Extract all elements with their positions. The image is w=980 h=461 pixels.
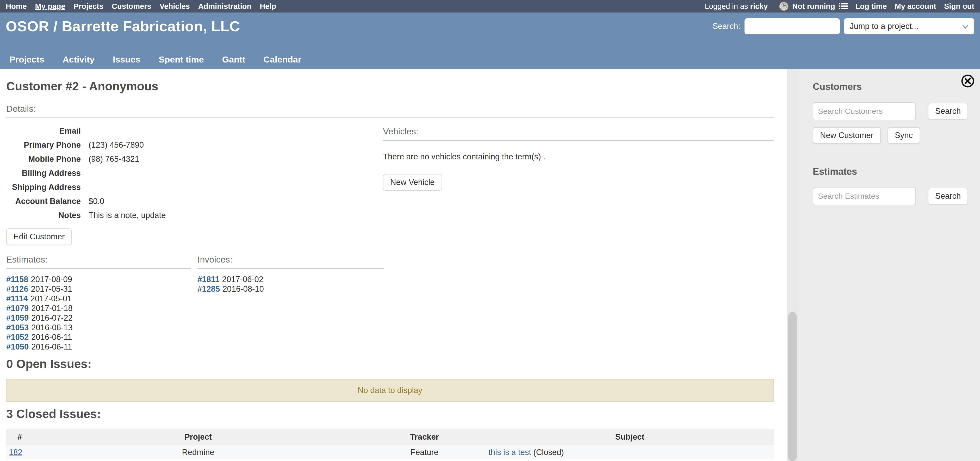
estimate-link[interactable]: #1114 [6,294,28,303]
jump-to-project-select[interactable]: Jump to a project... [844,18,974,34]
topbar-link-projects[interactable]: Projects [74,2,103,11]
topbar-link-my-account[interactable]: My account [894,2,936,11]
main-menu-tabs: Projects Activity Issues Spent time Gant… [0,54,311,69]
issue-project-text: Redmine [182,448,214,457]
estimate-date: 2017-01-18 [31,304,73,313]
tab-activity[interactable]: Activity [62,54,95,65]
column-header-tracker: Tracker [363,429,486,445]
timer-list-icon[interactable] [839,2,848,10]
topbar-link-customers[interactable]: Customers [112,2,151,11]
top-menu: Home My page Projects Customers Vehicles… [6,2,276,11]
issue-subject-cell: this is a test (Closed) [486,445,774,459]
search-customers-button[interactable]: Search [928,103,968,119]
field-label: Shipping Address [6,183,81,192]
new-customer-button[interactable]: New Customer [813,127,881,144]
timer-clock-icon [779,2,789,11]
topbar-link-vehicles[interactable]: Vehicles [160,2,190,11]
estimate-date: 2016-06-11 [31,332,72,342]
page-title: OSOR / Barrette Fabrication, LLC [6,18,240,35]
new-vehicle-button[interactable]: New Vehicle [383,174,442,191]
tab-spent-time[interactable]: Spent time [159,54,204,65]
tab-gantt[interactable]: Gantt [222,54,245,65]
field-label: Email [6,126,81,136]
issue-tracker-cell: Feature [363,445,486,459]
tab-issues[interactable]: Issues [113,54,140,65]
estimates-heading: Estimates: [6,254,191,269]
scrollbar-thumb[interactable] [788,312,797,461]
estimate-date: 2017-05-31 [31,285,72,294]
search-estimates-input[interactable] [813,187,916,205]
field-row-shipping-address: Shipping Address [6,183,383,192]
column-header-subject: Subject [486,429,774,445]
topbar-link-home[interactable]: Home [6,2,27,11]
field-value: (98) 765-4321 [89,154,139,164]
field-label: Account Balance [6,197,81,206]
estimates-list: #11582017-08-09 #11262017-05-31 #1114201… [6,275,191,351]
search-customers-input[interactable] [813,102,916,120]
estimate-date: 2017-05-01 [30,294,72,303]
app-header: OSOR / Barrette Fabrication, LLC Search:… [0,13,980,69]
table-row: 182 Redmine Feature this is a test (Clos… [6,445,774,459]
topbar-link-administration[interactable]: Administration [198,2,251,11]
estimate-date: 2016-07-22 [31,313,73,323]
field-label: Billing Address [6,169,81,178]
close-sidebar-button[interactable] [961,74,975,88]
list-item: #10502016-06-11 [6,342,191,351]
topbar-link-my-page[interactable]: My page [35,2,65,11]
estimates-list-section: Estimates: #11582017-08-09 #11262017-05-… [6,254,191,351]
tab-calendar[interactable]: Calendar [263,54,301,65]
invoice-link[interactable]: #1285 [197,285,220,294]
invoices-list-section: Invoices: #18112017-06-02 #12852016-08-1… [197,254,384,351]
issue-id-cell: 182 [6,445,33,459]
logged-in-text: Logged in asricky [705,2,768,11]
estimates-search-row: Search [813,187,980,205]
invoice-link[interactable]: #1811 [197,275,220,284]
list-item: #12852016-08-10 [197,284,384,294]
field-label: Notes [6,211,81,220]
details-columns: Email Primary Phone (123) 456-7890 Mobil… [6,126,774,245]
tab-projects[interactable]: Projects [10,54,44,65]
timer-widget: Not running [779,2,847,11]
topbar-link-help[interactable]: Help [260,2,276,11]
quick-search-input[interactable] [745,18,840,34]
closed-issues-table: # Project Tracker Subject 182 Redmine Fe… [6,429,774,461]
top-bar: Home My page Projects Customers Vehicles… [0,0,980,13]
estimate-link[interactable]: #1053 [6,323,29,332]
estimate-date: 2016-06-13 [31,323,73,332]
main-scrollbar[interactable] [787,69,799,461]
main-panel: Customer #2 - Anonymous Details: Email P… [0,69,787,461]
list-item: #18112017-06-02 [197,275,384,284]
table-header-row: # Project Tracker Subject [6,429,774,445]
estimate-link[interactable]: #1050 [6,342,29,351]
topbar-link-log-time[interactable]: Log time [856,2,887,11]
estimate-link[interactable]: #1052 [6,332,29,342]
sidebar-estimates-heading: Estimates [813,166,980,177]
customers-search-row: Search [813,102,980,120]
customer-fields: Email Primary Phone (123) 456-7890 Mobil… [6,126,383,245]
topbar-link-sign-out[interactable]: Sign out [944,2,974,11]
open-issues-heading: 0 Open Issues: [6,357,774,371]
top-bar-right: Logged in asricky Not running [705,2,974,11]
invoices-list: #18112017-06-02 #12852016-08-10 [197,275,384,294]
issue-id-link[interactable]: 182 [9,448,22,457]
list-item: #10592016-07-22 [6,313,191,323]
field-label: Mobile Phone [6,154,81,164]
estimate-link[interactable]: #1059 [6,313,29,323]
vehicles-heading: Vehicles: [383,126,774,141]
invoices-heading: Invoices: [197,254,384,269]
search-label: Search: [713,22,740,31]
estimate-date: 2016-06-11 [31,342,72,351]
issue-status-text: (Closed) [531,448,564,457]
issue-subject-link[interactable]: this is a test [488,448,531,457]
closed-issues-heading: 3 Closed Issues: [6,407,774,421]
edit-customer-button[interactable]: Edit Customer [6,229,72,245]
list-item: #10522016-06-11 [6,332,191,342]
estimate-link[interactable]: #1126 [6,285,29,294]
field-row-billing-address: Billing Address [6,169,383,178]
table-row: 91 Barrette Fabrication, LLC Fabrication… [6,459,774,461]
customers-buttons-row: New Customer Sync [813,127,980,144]
sync-button[interactable]: Sync [888,127,920,144]
estimate-link[interactable]: #1158 [6,275,29,284]
estimate-link[interactable]: #1079 [6,304,29,313]
search-estimates-button[interactable]: Search [928,188,968,205]
